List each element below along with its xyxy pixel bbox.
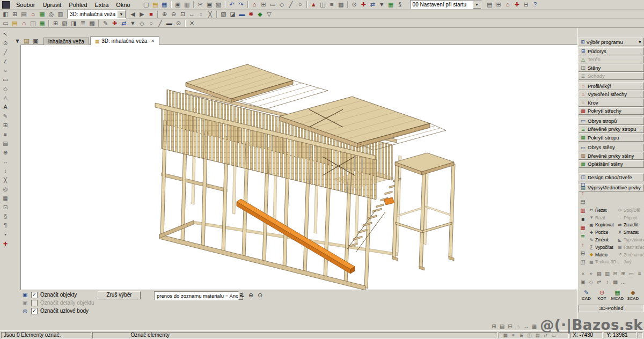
zoom-extent-icon[interactable]: ⊡ (579, 181, 587, 189)
mode-mcad[interactable]: ▦MCAD (610, 289, 625, 301)
add-point-icon[interactable]: ✚ (359, 1, 368, 9)
hatch-tool-icon[interactable]: ▦ (1, 194, 10, 202)
up-red-icon[interactable]: ↑ (579, 189, 587, 197)
lens-icon[interactable]: ⊙ (174, 19, 183, 27)
swap-icon[interactable]: ⇄ (368, 1, 377, 9)
project-tree-icon[interactable]: ▤ (22, 37, 31, 45)
plus-red-icon[interactable]: ✚ (110, 19, 119, 27)
program-button[interactable]: ▦Pokrytí stropu (579, 134, 644, 142)
mode-3cad[interactable]: ◆3CAD (626, 289, 640, 301)
undo-icon[interactable]: ↶ (228, 1, 237, 9)
spin-icon[interactable]: ⇅ (237, 291, 246, 299)
table-b-icon[interactable]: ▥ (603, 269, 611, 277)
checkbox[interactable]: ✓ (31, 308, 38, 314)
target-icon[interactable]: ◎ (47, 10, 56, 18)
home-icon[interactable]: ⌂ (250, 1, 259, 9)
window-small-icon[interactable]: ⊞ (579, 249, 587, 257)
material-icon[interactable]: ▦ (386, 1, 396, 9)
program-button[interactable]: △Terén (579, 56, 644, 64)
rect-icon[interactable]: ▭ (1, 76, 10, 84)
up2-red-icon[interactable]: ↑ (579, 241, 587, 249)
nav-sheet-icon[interactable]: ▤ (498, 322, 506, 330)
table-tool-icon[interactable]: ▤ (1, 139, 10, 148)
menu-okno[interactable]: Okno (112, 1, 134, 9)
nav-collapse-icon[interactable]: ⊟ (506, 322, 514, 330)
target-tool-icon[interactable]: ◎ (1, 185, 10, 193)
measure-icon[interactable]: ⊙ (350, 1, 359, 9)
zoom-window-icon[interactable]: ⊡ (178, 10, 187, 18)
roof-icon[interactable]: ▲ (309, 1, 318, 9)
status-grid-icon[interactable]: ▦ (501, 333, 509, 338)
status-layers-icon[interactable]: ≡ (509, 333, 517, 338)
nav-home-icon[interactable]: ⌂ (514, 322, 522, 330)
chevron-down-icon[interactable]: ▼ (117, 10, 126, 18)
help-icon[interactable]: ? (531, 1, 540, 9)
program-button[interactable]: ▦Pokrytí střechy (579, 107, 644, 115)
building-icon[interactable]: ⌂ (28, 10, 38, 18)
diamond-icon[interactable]: ◆ (255, 10, 265, 18)
status-window-icon[interactable]: ⊞ (517, 333, 525, 338)
move-h-icon[interactable]: ↔ (1, 158, 10, 166)
house-icon[interactable]: ⌂ (19, 19, 28, 27)
dot-icon[interactable]: • (1, 231, 10, 239)
program-button[interactable]: ⌂Vytvoření střechy (579, 91, 644, 99)
command-item[interactable]: …Jiný (617, 259, 644, 266)
gem-icon[interactable]: ◇ (587, 278, 595, 285)
polygon-tool-icon[interactable]: ◇ (277, 1, 287, 9)
box-icon[interactable]: ▣ (579, 278, 587, 285)
stop-icon[interactable]: ■ (147, 10, 156, 18)
material-transfer-combo[interactable]: prenos do zoznamu materialu = Ano ▼ (154, 291, 239, 300)
edit-icon[interactable]: ✎ (101, 19, 110, 27)
program-button[interactable]: ◫Stěny (579, 64, 644, 72)
copy-icon[interactable]: ▣ (205, 1, 214, 9)
hatch2-icon[interactable]: ▧ (60, 19, 69, 27)
menu-icon[interactable]: ≡ (635, 269, 643, 277)
more-icon[interactable]: … (619, 278, 627, 285)
checkbox[interactable] (31, 300, 38, 306)
nav-pan-icon[interactable]: ↔ (522, 322, 530, 330)
bar-icon[interactable]: ▬ (237, 10, 246, 18)
triangle-down-icon[interactable]: ▽ (265, 10, 274, 18)
program-button[interactable]: ≣Dřevěné prvky stropu (579, 126, 644, 134)
sheet-icon[interactable]: ▤ (19, 10, 28, 18)
command-item[interactable]: ⊕Spoj/Děl (617, 207, 644, 214)
shade-icon[interactable]: ▧ (219, 10, 228, 18)
door-icon[interactable]: ◫ (28, 19, 38, 27)
menu-soubor[interactable]: Soubor (12, 1, 39, 9)
layers-icon[interactable]: ≡ (327, 1, 336, 9)
star-icon[interactable]: ✱ (246, 10, 255, 18)
search-lens-icon[interactable]: ⊙ (255, 291, 265, 299)
first-icon[interactable]: « (579, 269, 587, 277)
model-3d[interactable] (21, 45, 577, 290)
line-icon[interactable]: ╱ (1, 48, 10, 56)
collapse-icon[interactable]: ⊟ (522, 1, 531, 9)
rows-icon[interactable]: ≣ (78, 19, 87, 27)
home-alt-icon[interactable]: ⌂ (503, 1, 513, 9)
move-v-icon[interactable]: ↕ (1, 167, 10, 175)
plus-icon[interactable]: ⊞ (619, 269, 627, 277)
close-toolbar-icon[interactable]: ✕ (187, 19, 196, 27)
preview-icon[interactable]: ▥ (182, 1, 192, 9)
list-icon[interactable]: ▤ (485, 1, 494, 9)
mirror-icon[interactable]: ⇄ (119, 19, 128, 27)
mode-kot[interactable]: ⊙KOT (595, 289, 609, 301)
circle-icon[interactable]: ○ (1, 67, 10, 75)
command-item[interactable]: →Připojit (617, 214, 644, 222)
print-icon[interactable]: ▣ (173, 1, 182, 9)
half-icon[interactable]: ◨ (69, 19, 78, 27)
redo-icon[interactable]: ↷ (237, 1, 246, 9)
table-a-icon[interactable]: ▤ (595, 269, 603, 277)
drop-icon[interactable]: ▼ (128, 19, 137, 27)
program-button[interactable]: ⊞Půdorys (579, 47, 644, 55)
list-small-icon[interactable]: ▤ (579, 198, 587, 206)
circle-tool-icon[interactable]: ○ (296, 1, 305, 9)
program-button[interactable]: ▤Výpisy/Jednotlivé prvky (579, 184, 644, 192)
panel-icon[interactable]: ▥ (56, 10, 65, 18)
program-button[interactable]: ▭Obrys stěny (579, 144, 644, 152)
close-icon[interactable]: ✕ (151, 39, 155, 43)
triangle-icon[interactable]: △ (1, 94, 10, 102)
checkbox[interactable]: ✓ (31, 292, 38, 298)
search-plus-icon[interactable]: ⊕ (246, 291, 255, 299)
command-item[interactable]: ✂Řezat (589, 207, 617, 214)
pattern-icon[interactable]: ▩ (87, 19, 97, 27)
